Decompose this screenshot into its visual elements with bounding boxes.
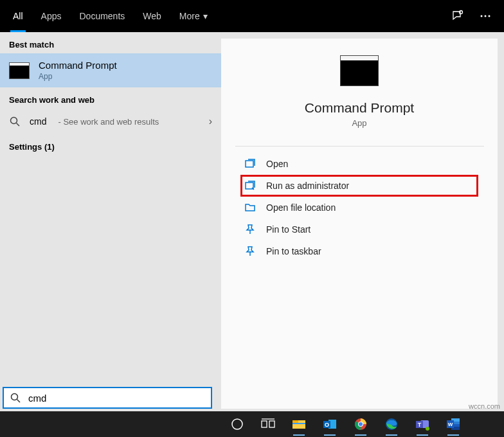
- task-view-icon[interactable]: [256, 412, 280, 436]
- command-prompt-icon: [9, 62, 30, 79]
- svg-rect-18: [292, 423, 305, 424]
- search-tabs-bar: All Apps Documents Web More▾: [0, 0, 504, 32]
- tab-apps[interactable]: Apps: [32, 0, 71, 32]
- search-icon: [10, 393, 21, 403]
- svg-line-11: [17, 400, 21, 403]
- web-result-cmd[interactable]: cmd - See work and web results ›: [0, 109, 221, 134]
- search-input[interactable]: [28, 393, 204, 404]
- file-explorer-icon[interactable]: [287, 412, 311, 436]
- svg-point-4: [11, 118, 17, 124]
- svg-text:T: T: [418, 422, 422, 428]
- preview-title: Command Prompt: [305, 100, 414, 116]
- preview-panel: Command Prompt App Open Run as administr…: [221, 39, 498, 409]
- result-title: Command Prompt: [39, 60, 117, 71]
- pin-icon: [244, 245, 256, 257]
- word-icon[interactable]: W: [441, 412, 465, 436]
- svg-point-29: [426, 427, 429, 431]
- teams-icon[interactable]: T: [410, 412, 435, 436]
- chevron-down-icon: ▾: [203, 11, 208, 21]
- results-panel: Best match Command Prompt App Search wor…: [0, 32, 221, 409]
- svg-point-3: [489, 15, 491, 17]
- svg-point-0: [460, 11, 463, 14]
- taskbar: O T W: [0, 411, 504, 437]
- svg-rect-13: [262, 421, 267, 427]
- action-run-as-administrator[interactable]: Run as administrator: [240, 175, 478, 197]
- tab-documents[interactable]: Documents: [70, 0, 134, 32]
- tab-web[interactable]: Web: [134, 0, 170, 32]
- command-prompt-icon: [340, 55, 379, 86]
- preview-subtitle: App: [352, 118, 366, 128]
- more-options-icon[interactable]: [480, 10, 491, 22]
- svg-point-24: [359, 422, 363, 426]
- search-icon: [9, 116, 21, 127]
- admin-icon: [244, 180, 256, 192]
- chrome-icon[interactable]: [348, 412, 373, 436]
- pin-icon: [244, 224, 256, 235]
- svg-text:O: O: [325, 422, 329, 428]
- section-settings: Settings (1): [0, 134, 221, 156]
- svg-rect-6: [246, 161, 253, 167]
- svg-point-12: [232, 419, 242, 429]
- folder-icon: [244, 202, 256, 213]
- svg-text:W: W: [448, 422, 453, 427]
- edge-icon[interactable]: [379, 412, 404, 436]
- svg-point-2: [485, 15, 487, 17]
- svg-rect-14: [269, 421, 274, 427]
- svg-point-10: [12, 394, 18, 400]
- action-pin-to-taskbar[interactable]: Pin to taskbar: [240, 240, 478, 262]
- action-open[interactable]: Open: [240, 153, 478, 175]
- section-search-web: Search work and web: [0, 87, 221, 109]
- action-open-file-location[interactable]: Open file location: [240, 197, 478, 219]
- svg-rect-17: [292, 420, 298, 423]
- chevron-right-icon: ›: [209, 116, 212, 127]
- tab-all[interactable]: All: [4, 0, 32, 32]
- result-command-prompt[interactable]: Command Prompt App: [0, 53, 221, 87]
- feedback-icon[interactable]: [451, 10, 464, 22]
- open-icon: [244, 158, 256, 170]
- result-subtitle: App: [39, 72, 117, 81]
- outlook-icon[interactable]: O: [318, 412, 342, 436]
- watermark: wccn.com: [469, 402, 500, 410]
- svg-point-1: [481, 15, 483, 17]
- tab-more[interactable]: More▾: [170, 0, 217, 32]
- action-pin-to-start[interactable]: Pin to Start: [240, 219, 478, 240]
- cortana-icon[interactable]: [225, 412, 249, 436]
- search-box[interactable]: [3, 387, 212, 409]
- section-best-match: Best match: [0, 32, 221, 53]
- svg-line-5: [17, 123, 20, 127]
